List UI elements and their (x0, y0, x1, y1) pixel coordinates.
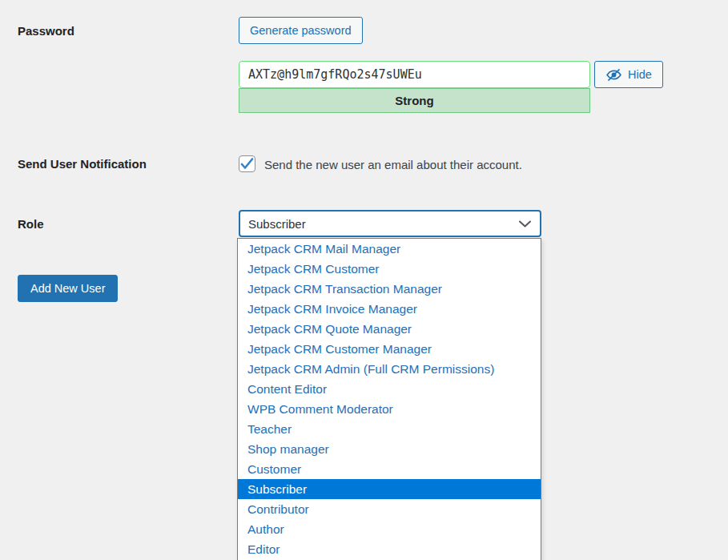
generate-password-button[interactable]: Generate password (239, 17, 363, 44)
role-label: Role (18, 217, 44, 231)
password-label: Password (18, 24, 74, 38)
role-option[interactable]: Contributor (238, 499, 541, 519)
role-option[interactable]: Shop manager (238, 439, 541, 459)
role-option[interactable]: Author (238, 519, 541, 539)
role-option[interactable]: Subscriber (238, 479, 541, 499)
hide-button-label: Hide (628, 68, 652, 81)
role-selected-value: Subscriber (248, 217, 306, 231)
role-select[interactable]: Subscriber (239, 210, 541, 237)
role-option[interactable]: Editor (238, 539, 541, 559)
role-option[interactable]: WPB Comment Moderator (238, 399, 541, 419)
add-new-user-button[interactable]: Add New User (18, 275, 118, 302)
role-option[interactable]: Jetpack CRM Mail Manager (238, 239, 541, 259)
role-option[interactable]: Jetpack CRM Invoice Manager (238, 299, 541, 319)
role-option[interactable]: Content Editor (238, 379, 541, 399)
role-option[interactable]: Jetpack CRM Transaction Manager (238, 279, 541, 299)
checkmark-icon (240, 158, 254, 170)
password-input[interactable] (239, 61, 590, 88)
role-option[interactable]: Jetpack CRM Quote Manager (238, 319, 541, 339)
send-notification-description: Send the new user an email about their a… (264, 158, 522, 171)
role-option[interactable]: Jetpack CRM Customer (238, 259, 541, 279)
eye-slash-icon (605, 69, 622, 81)
role-dropdown-list: Jetpack CRM Mail ManagerJetpack CRM Cust… (237, 238, 541, 560)
hide-password-button[interactable]: Hide (594, 61, 663, 88)
role-option[interactable]: Jetpack CRM Admin (Full CRM Permissions) (238, 359, 541, 379)
password-strength-meter: Strong (239, 88, 590, 113)
role-option[interactable]: Teacher (238, 419, 541, 439)
role-option[interactable]: Customer (238, 459, 541, 479)
chevron-down-icon (518, 220, 532, 228)
send-notification-checkbox[interactable] (239, 155, 255, 172)
role-option[interactable]: Jetpack CRM Customer Manager (238, 339, 541, 359)
add-new-user-form: Password Generate password Hide Strong S… (0, 0, 728, 560)
send-user-notification-label: Send User Notification (18, 157, 147, 171)
